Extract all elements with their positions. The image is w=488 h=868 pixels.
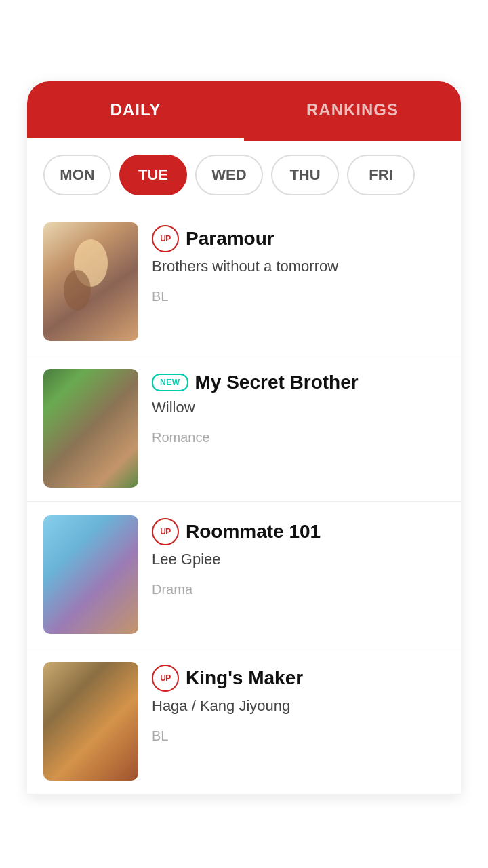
- comic-title-row-3: UP King's Maker: [152, 665, 445, 692]
- comic-title-2: Roommate 101: [186, 521, 321, 542]
- badge-up-text-3: UP: [160, 673, 171, 683]
- comic-genre-2: Drama: [152, 582, 445, 597]
- day-wed[interactable]: WED: [195, 155, 263, 195]
- comic-title-row-1: NEW My Secret Brother: [152, 372, 445, 393]
- comic-title-row-2: UP Roommate 101: [152, 518, 445, 545]
- comic-title-row-0: UP Paramour: [152, 225, 445, 252]
- badge-up-0: UP: [152, 225, 179, 252]
- tab-daily[interactable]: DAILY: [27, 81, 244, 141]
- day-thu[interactable]: THU: [271, 155, 339, 195]
- badge-new-1: NEW: [152, 374, 188, 391]
- comic-author-3: Haga / Kang Jiyoung: [152, 697, 445, 715]
- comic-genre-0: BL: [152, 289, 445, 304]
- comic-title-0: Paramour: [186, 228, 274, 250]
- comic-item-3[interactable]: UP King's Maker Haga / Kang Jiyoung BL: [27, 648, 461, 795]
- badge-up-3: UP: [152, 665, 179, 692]
- hero-section: [0, 0, 488, 81]
- badge-new-text-1: NEW: [160, 378, 180, 387]
- comic-genre-1: Romance: [152, 430, 445, 446]
- day-tue[interactable]: TUE: [119, 155, 187, 195]
- comic-thumb-1: [43, 369, 138, 488]
- comic-info-3: UP King's Maker Haga / Kang Jiyoung BL: [152, 662, 445, 744]
- comic-thumb-0: [43, 222, 138, 341]
- comic-info-1: NEW My Secret Brother Willow Romance: [152, 369, 445, 446]
- comic-title-3: King's Maker: [186, 667, 303, 689]
- day-mon[interactable]: MON: [43, 155, 111, 195]
- tabs-header: DAILY RANKINGS: [27, 81, 461, 141]
- comic-item-1[interactable]: NEW My Secret Brother Willow Romance: [27, 355, 461, 502]
- comic-item-0[interactable]: UP Paramour Brothers without a tomorrow …: [27, 209, 461, 355]
- comic-genre-3: BL: [152, 728, 445, 744]
- day-fri[interactable]: FRI: [347, 155, 415, 195]
- comic-author-1: Willow: [152, 399, 445, 416]
- comic-author-2: Lee Gpiee: [152, 551, 445, 568]
- comic-item-2[interactable]: UP Roommate 101 Lee Gpiee Drama: [27, 502, 461, 648]
- tab-rankings[interactable]: RANKINGS: [244, 81, 461, 141]
- comic-title-1: My Secret Brother: [195, 372, 359, 393]
- comic-thumb-2: [43, 515, 138, 634]
- days-row: MON TUE WED THU FRI: [27, 141, 461, 209]
- comic-info-0: UP Paramour Brothers without a tomorrow …: [152, 222, 445, 304]
- comic-info-2: UP Roommate 101 Lee Gpiee Drama: [152, 515, 445, 597]
- badge-up-text-0: UP: [160, 234, 171, 243]
- card-container: DAILY RANKINGS MON TUE WED THU FRI: [27, 81, 461, 795]
- badge-up-text-2: UP: [160, 527, 171, 536]
- badge-up-2: UP: [152, 518, 179, 545]
- comics-list: UP Paramour Brothers without a tomorrow …: [27, 209, 461, 795]
- comic-thumb-3: [43, 662, 138, 781]
- comic-author-0: Brothers without a tomorrow: [152, 258, 445, 275]
